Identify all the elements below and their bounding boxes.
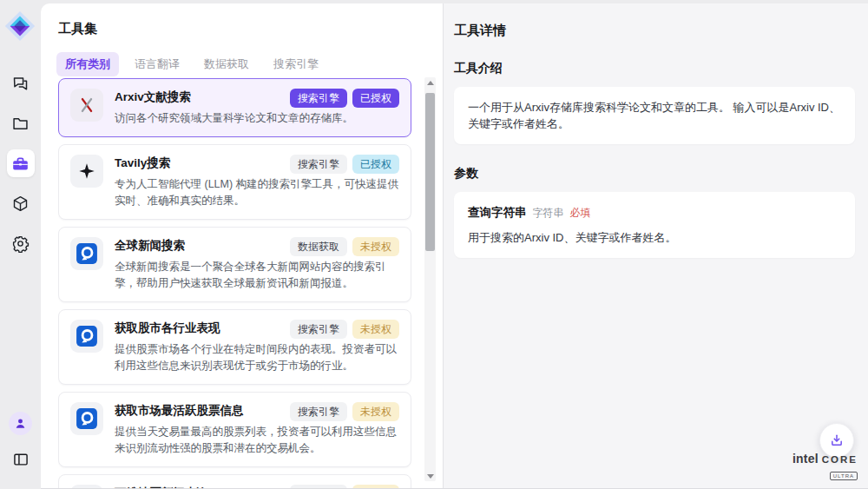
param-type: 字符串 [533,205,564,221]
tool-card[interactable]: Tavily搜索 搜索引擎 已授权 专为人工智能代理 (LLM) 构建的搜索引擎… [58,144,411,220]
user-avatar[interactable] [9,412,32,435]
tool-title: 全球新闻搜索 [115,237,283,254]
tab-data-fetch[interactable]: 数据获取 [195,52,258,76]
newsapi-icon [76,242,98,265]
gear-icon[interactable] [7,229,35,257]
tavily-icon [70,155,103,188]
auth-badge: 未授权 [352,402,399,421]
arxiv-icon [70,89,103,122]
chat-icon[interactable] [7,69,35,97]
newsapi-icon [76,325,98,347]
param-card: 查询字符串 字符串 必填 用于搜索的Arxiv ID、关键字或作者姓名。 [454,192,855,258]
details-title: 工具详情 [454,23,855,39]
tool-description: 访问各个研究领域大量科学论文和文章的存储库。 [115,110,399,127]
tool-description: 全球新闻搜索是一个聚合全球各大新闻网站内容的搜索引擎，帮助用户快速获取全球最新资… [115,259,399,292]
toolset-title: 工具集 [58,21,97,37]
brand-intel: intel [792,452,819,466]
qblue-icon [70,320,103,353]
app-logo-icon [3,10,36,43]
icon-rail [0,0,41,489]
auth-badge: 已授权 [352,89,399,108]
tool-details-panel: 工具详情 工具介绍 一个用于从Arxiv存储库搜索科学论文和文章的工具。 输入可… [443,3,868,488]
arxiv-logo-icon [77,96,96,115]
tool-card[interactable]: 获取市场最活跃股票信息 搜索引擎 未授权 提供当天交易量最高的股票列表，投资者可… [58,392,411,467]
qblue-icon [70,237,103,270]
tab-language-translation[interactable]: 语言翻译 [126,52,188,76]
newspaper-icon [70,485,103,488]
tool-list: Arxiv文献搜索 搜索引擎 已授权 访问各个研究领域大量科学论文和文章的存储库… [58,78,411,488]
tool-description: 提供当天交易量最高的股票列表，投资者可以利用这些信息来识别流动性强的股票和潜在的… [115,424,399,457]
category-badge: 搜索引擎 [290,155,347,174]
category-tabs: 所有类别 语言翻译 数据获取 搜索引擎 [56,52,327,76]
param-required-badge: 必填 [570,205,591,221]
category-badge: 搜索引擎 [290,320,347,339]
intro-card: 一个用于从Arxiv存储库搜索科学论文和文章的工具。 输入可以是Arxiv ID… [454,87,855,144]
app-window: 工具集 所有类别 语言翻译 数据获取 搜索引擎 Arxiv文献搜索 搜索引擎 已… [0,0,868,489]
intro-text: 一个用于从Arxiv存储库搜索科学论文和文章的工具。 输入可以是Arxiv ID… [468,101,840,130]
scrollbar-down-icon[interactable] [424,471,436,481]
download-icon [828,432,845,449]
tool-title: Tavily搜索 [115,155,283,172]
toolbox-icon[interactable] [7,149,35,177]
category-badge: 搜索引擎 [290,402,347,421]
intel-core-logo: intel core ultra [792,452,858,481]
auth-badge: 未授权 [352,237,399,256]
tool-card[interactable]: 全球新闻搜索 数据获取 未授权 全球新闻搜索是一个聚合全球各大新闻网站内容的搜索… [58,227,411,302]
tool-card[interactable]: Arxiv文献搜索 搜索引擎 已授权 访问各个研究领域大量科学论文和文章的存储库… [58,78,411,137]
qblue-icon [70,402,103,435]
category-badge: 搜索引擎 [290,89,347,108]
tool-card[interactable]: 获取股市各行业表现 搜索引擎 未授权 提供股票市场各个行业在特定时间段内的表现。… [58,309,411,385]
auth-badge: 已授权 [352,155,399,174]
tab-all-categories[interactable]: 所有类别 [56,52,119,76]
rail-bottom [0,412,41,473]
rail-nav [0,69,41,269]
param-description: 用于搜索的Arxiv ID、关键字或作者姓名。 [468,229,841,246]
tool-title: 万维地区新闻查询 [115,485,283,488]
auth-badge: 未授权 [352,320,399,339]
tool-title: 获取市场最活跃股票信息 [115,402,283,420]
category-badge: 数据获取 [290,237,347,256]
tool-description: 专为人工智能代理 (LLM) 构建的搜索引擎工具，可快速提供实时、准确和真实的结… [115,176,399,209]
person-icon [13,416,28,431]
tool-title: Arxiv文献搜索 [115,89,283,106]
category-badge: 搜索引擎 [290,485,347,488]
auth-badge: 未授权 [352,485,399,488]
toolset-panel: 工具集 所有类别 语言翻译 数据获取 搜索引擎 Arxiv文献搜索 搜索引擎 已… [41,3,443,488]
newsapi-icon [76,407,98,430]
brand-core: core [822,454,858,465]
brand-ultra-badge: ultra [830,472,858,480]
tool-title: 获取股市各行业表现 [115,320,283,337]
param-header: 查询字符串 字符串 必填 [468,204,841,221]
scrollbar [424,77,436,481]
content-shell: 工具集 所有类别 语言翻译 数据获取 搜索引擎 Arxiv文献搜索 搜索引擎 已… [41,3,868,489]
tab-search-engine[interactable]: 搜索引擎 [265,52,327,76]
scrollbar-up-icon[interactable] [424,77,436,88]
param-name: 查询字符串 [468,204,527,221]
scrollbar-thumb[interactable] [425,93,435,251]
tool-card[interactable]: 万维地区新闻查询 搜索引擎 未授权 查询具体行政区划内的新闻，快速了解各地新闻动 [58,474,411,488]
panel-toggle-icon[interactable] [7,446,35,473]
folder-icon[interactable] [7,109,35,137]
tavily-sparkle-icon [77,162,96,181]
cube-icon[interactable] [7,189,35,217]
intro-heading: 工具介绍 [454,61,855,76]
tool-description: 提供股票市场各个行业在特定时间段内的表现。投资者可以利用这些信息来识别表现优于或… [115,341,399,374]
params-heading: 参数 [454,166,855,182]
